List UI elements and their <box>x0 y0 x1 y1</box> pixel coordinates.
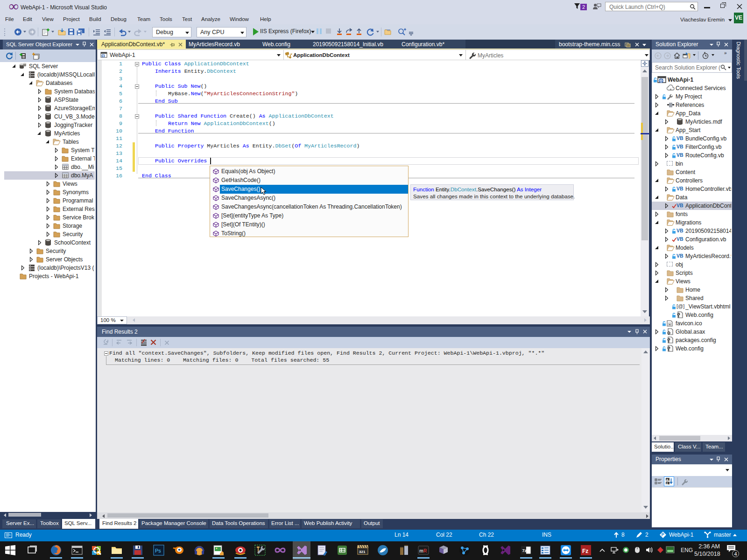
svg-text:R: R <box>423 548 427 553</box>
svg-text:Ps: Ps <box>155 548 161 553</box>
svg-text:Fz: Fz <box>582 548 588 554</box>
svg-text:321: 321 <box>359 550 366 554</box>
svg-text:m: m <box>419 548 423 553</box>
svg-text:Z: Z <box>666 482 668 485</box>
svg-text:A: A <box>666 478 669 481</box>
svg-text:7z: 7z <box>522 548 527 553</box>
